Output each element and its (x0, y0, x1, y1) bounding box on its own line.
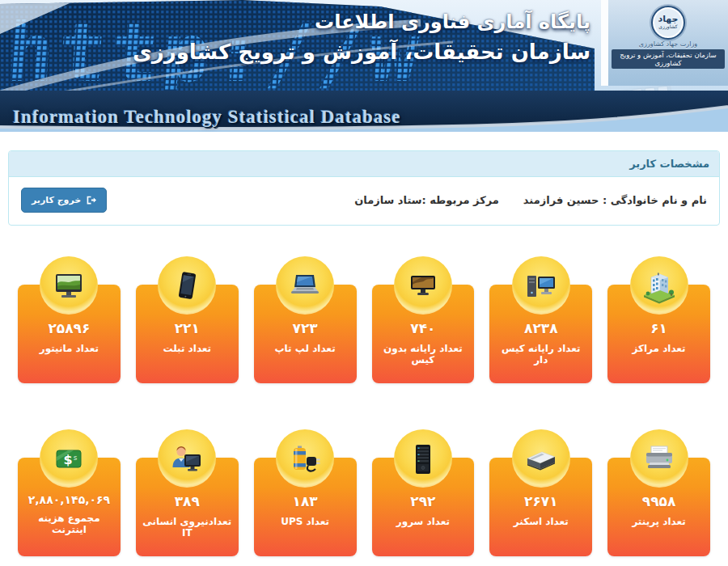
org-logo-panel: جهاد کشاورزی وزارت جهاد کشاورزی سازمان ت… (601, 0, 728, 86)
user-center: مرکز مربوطه :ستاد سازمان (354, 194, 499, 206)
stat-card-it-staff: ۳۸۹ تعدادنیروی انسانی IT (136, 429, 239, 556)
server-icon (405, 441, 441, 477)
svg-text:$: $ (64, 452, 73, 467)
banner: http://w پایگاه آماری فناوری اطلاعات ساز… (0, 0, 728, 132)
stat-badge (630, 429, 688, 488)
it-staff-icon (169, 441, 205, 477)
user-details-panel: مشخصات کاربر نام و نام خانوادگی : حسین ف… (8, 150, 720, 226)
stat-badge (630, 256, 688, 315)
logout-button[interactable]: خروج کاربر (21, 188, 107, 213)
monitor-icon (51, 268, 87, 304)
building-icon (641, 268, 677, 304)
stat-card-tablets: ۲۲۱ تعداد تبلت (136, 256, 239, 383)
banner-title-fa: پایگاه آماری فناوری اطلاعات (315, 11, 590, 33)
stat-label: تعداد پرینتر (607, 516, 710, 527)
stat-value: ۱۸۳ (254, 493, 357, 509)
stat-value: ۹۹۵۸ (607, 493, 710, 509)
laptop-icon (287, 268, 323, 304)
stat-badge (276, 256, 334, 315)
stat-value: ۸۲۳۸ (489, 320, 592, 336)
user-panel-body: نام و نام خانوادگی : حسین فرازمند مرکز م… (9, 177, 719, 225)
stat-value: ۷۴۰ (372, 320, 475, 336)
stat-value: ۲۵۸۹۶ (18, 320, 121, 336)
stat-value: ۲,۸۸۰,۱۴۵,۰۶۹ (18, 493, 121, 506)
tablet-icon (169, 268, 205, 304)
stat-label: تعداد تبلت (136, 343, 239, 354)
stat-badge (40, 256, 98, 315)
stat-card-all-in-ones: ۷۴۰ تعداد رایانه بدون کیس (372, 256, 475, 383)
stat-card-desktops: ۸۲۳۸ تعداد رایانه کیس دار (489, 256, 592, 383)
emblem-subtitle: کشاورزی (658, 23, 677, 30)
stat-card-centers: ۶۱ تعداد مراکز (607, 256, 710, 383)
stat-value: ۲۲۱ (136, 320, 239, 336)
stat-label: تعدادنیروی انسانی IT (136, 516, 239, 539)
stat-card-ups: ۱۸۳ تعداد UPS (254, 429, 357, 556)
stat-value: ۲۶۷۱ (489, 493, 592, 509)
stat-card-internet-cost: $ s ۲,۸۸۰,۱۴۵,۰۶۹ مجموع هزینه اینترنت (18, 429, 121, 556)
org-emblem-icon: جهاد کشاورزی (651, 6, 685, 40)
stat-badge (512, 429, 570, 488)
desktop-computer-icon (523, 268, 559, 304)
sign-out-icon (86, 195, 96, 205)
stat-label: تعداد مانیتور (18, 343, 121, 354)
stat-label: تعداد اسکنر (489, 516, 592, 527)
stat-card-laptops: ۷۲۳ تعداد لپ تاپ (254, 256, 357, 383)
all-in-one-pc-icon (405, 268, 441, 304)
stat-card-servers: ۲۹۲ تعداد سرور (372, 429, 475, 556)
banner-subtitle-fa: سازمان تحقیقات، آموزش و ترویج کشاورزی (133, 40, 590, 64)
emblem-title: جهاد (658, 15, 679, 23)
stat-badge (394, 429, 452, 488)
stat-value: ۷۲۳ (254, 320, 357, 336)
stat-card-printers: ۹۹۵۸ تعداد پرینتر (607, 429, 710, 556)
ministry-name: وزارت جهاد کشاورزی (608, 40, 728, 48)
stats-grid: ۶۱ تعداد مراکز ۸۲۳۸ (0, 256, 728, 556)
stat-value: ۲۹۲ (372, 493, 475, 509)
site-title-en: Information Technology Statistical Datab… (13, 107, 400, 128)
organization-name: سازمان تحقیقات، آموزش و ترویج کشاورزی (612, 49, 725, 69)
stat-card-scanners: ۲۶۷۱ تعداد اسکنر (489, 429, 592, 556)
stat-value: ۳۸۹ (136, 493, 239, 509)
stat-value: ۶۱ (607, 320, 710, 336)
stat-badge (158, 429, 216, 488)
page: http://w پایگاه آماری فناوری اطلاعات ساز… (0, 0, 728, 566)
stat-label: تعداد مراکز (607, 343, 710, 354)
scanner-icon (523, 441, 559, 477)
stat-card-monitors: ۲۵۸۹۶ تعداد مانیتور (18, 256, 121, 383)
stat-label: تعداد رایانه کیس دار (489, 343, 592, 365)
logout-button-label: خروج کاربر (32, 195, 81, 205)
stat-label: تعداد رایانه بدون کیس (372, 343, 475, 365)
stat-badge: $ s (40, 429, 98, 488)
user-panel-header: مشخصات کاربر (9, 151, 719, 177)
stat-label: تعداد UPS (254, 516, 357, 527)
printer-icon (641, 441, 677, 477)
ups-battery-icon (287, 441, 323, 477)
stat-label: تعداد لپ تاپ (254, 343, 357, 354)
stat-badge (276, 429, 334, 488)
stat-label: مجموع هزینه اینترنت (18, 513, 121, 535)
stat-badge (158, 256, 216, 315)
money-icon: $ s (51, 441, 87, 477)
svg-text:s: s (74, 454, 78, 462)
stat-badge (512, 256, 570, 315)
stat-badge (394, 256, 452, 315)
stat-label: تعداد سرور (372, 516, 475, 527)
user-full-name: نام و نام خانوادگی : حسین فرازمند (523, 194, 707, 206)
